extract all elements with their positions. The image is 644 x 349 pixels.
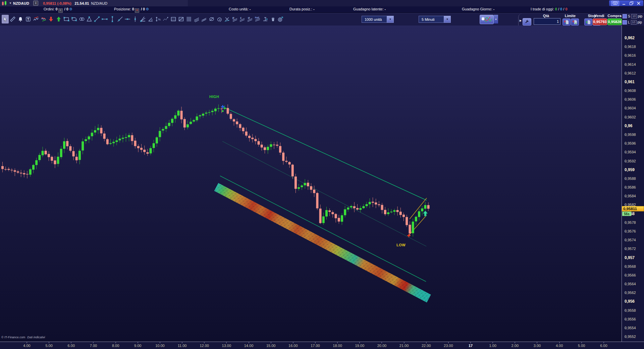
time-axis[interactable]: 4.005.006.007.008.009.0010.0011.0012.001… [0,342,644,349]
time-tick-mark [49,342,49,343]
trend-line[interactable] [409,215,427,236]
limit-checkbox[interactable] [623,20,627,24]
limit-buy-order-button[interactable] [571,18,579,26]
timeframe-dropdown[interactable]: 5 Minuti ▼ [419,16,451,23]
chevron-down-icon[interactable]: ▼ [494,15,498,23]
tool-fibonacci-projection-icon[interactable] [177,15,184,23]
instrument-symbol[interactable]: NZDAUD [13,1,29,5]
price-axis[interactable]: 0,9620,96180,96160,96140,96120,9610,9608… [622,26,644,342]
trend-line[interactable] [223,107,427,200]
time-tick-label: 4.00 [556,344,563,348]
tool-raff-channel-icon[interactable]: Raff [254,15,261,23]
candle-body [128,135,130,137]
tool-alert-bell-icon[interactable] [17,15,24,23]
close-position-icon[interactable]: ✕ [58,8,63,13]
tool-horizontal-segment-icon[interactable] [101,15,108,23]
tool-target-projection-icon[interactable] [277,15,284,23]
instrument-caret-icon[interactable]: ▼ [9,2,12,5]
tool-vertical-bars-icon[interactable] [185,15,192,23]
tool-elliott-wave-icon[interactable]: E [231,15,238,23]
tool-delete-drawing-icon[interactable] [269,15,276,23]
tool-horizontal-line-icon[interactable] [124,15,131,23]
candle-body [174,115,176,119]
tool-double-circle-icon[interactable] [78,15,85,23]
info-icon[interactable]: i [33,1,38,6]
tool-trend-line-icon[interactable] [116,15,123,23]
close-position-icon[interactable]: ✕ [135,8,139,13]
candle-body [150,148,152,153]
l-pips-value[interactable]: 10 [631,20,637,24]
tool-cross-cut-icon[interactable] [223,15,230,23]
tool-fan-lines-icon[interactable] [139,15,146,23]
limit-sell-order-button[interactable] [562,18,571,26]
tool-triangle-icon[interactable] [86,15,93,23]
tool-time-translation-icon[interactable] [262,15,269,23]
tool-forecast-line-icon[interactable] [162,15,169,23]
tool-rectangle-icon[interactable] [63,15,70,23]
candle-body [177,111,179,116]
tool-parallel-channel-icon[interactable] [193,15,200,23]
tool-segment-icon[interactable] [94,15,101,23]
candle-body [1,166,4,169]
tool-ruler-icon[interactable] [9,15,16,23]
close-icon[interactable] [636,1,641,6]
timeframe-dropdown-value[interactable]: 5 Minuti [419,16,444,23]
tool-buy-arrow-icon[interactable] [55,15,62,23]
tool-pattern-bull-icon[interactable] [40,15,47,23]
panel-collapse-icon[interactable]: ▶ [520,19,522,22]
price-tick-label: 0,9576 [622,229,644,233]
gear-icon[interactable]: ⚙ [69,7,72,11]
minimize-icon[interactable] [621,1,627,6]
indicators-button[interactable]: ▼ [480,15,498,24]
restore-icon[interactable] [629,1,634,6]
units-dropdown-value[interactable]: 1000 unità [362,16,387,23]
s-pips-value[interactable]: 10 [631,14,637,18]
trend-line[interactable] [220,176,426,282]
tool-angle-icon[interactable]: α [147,15,154,23]
price-tick-label: 0,9574 [622,238,644,242]
candle-body [227,108,229,114]
tool-sell-arrow-icon[interactable] [48,15,55,23]
candle-body [396,210,399,212]
trading-panel: ▶ Qtà Limite Stop Vendi 0,95793 Compra [518,13,622,26]
price-tick-label: 0,9552 [622,335,644,339]
anchor-cross-marker[interactable] [222,110,224,112]
stop-sell-order-button[interactable] [584,18,592,26]
quantity-input[interactable] [534,18,560,25]
keyboard-icon[interactable] [611,1,619,6]
candle-body [294,177,297,189]
gear-icon[interactable]: ⚙ [146,7,149,11]
buy-button[interactable]: 0,95828 [607,18,622,25]
tool-fibonacci-retracement-icon[interactable] [170,15,177,23]
time-tick-label: 15.00 [266,344,276,348]
settings-wrench-icon[interactable] [523,18,531,26]
tool-spiral-icon[interactable] [216,15,223,23]
chevron-down-icon[interactable]: ▼ [444,16,451,23]
tool-hatched-channel-icon[interactable] [201,15,208,23]
chart-area[interactable]: HIGH LOW © IT-Finance.comDati indicativi [0,26,622,342]
tool-ellipse-icon[interactable] [70,15,77,23]
chevron-down-icon[interactable]: ▼ [387,16,394,23]
tool-percent-change-icon[interactable]: % [155,15,162,23]
sell-button[interactable]: 0,95793 [593,18,607,25]
trend-line[interactable] [222,141,426,246]
tool-sigma-channel-icon[interactable]: σ [247,15,254,23]
tool-select-pointer-icon[interactable] [2,15,9,23]
buy-signal-arrow-icon[interactable] [423,211,428,216]
stop-checkbox[interactable] [623,14,627,18]
candle-body [233,119,235,121]
candle-body [288,162,291,164]
tool-epsilon-channel-icon[interactable]: ε [239,15,246,23]
units-dropdown[interactable]: 1000 unità ▼ [362,16,394,23]
tool-circle-slash-icon[interactable] [208,15,215,23]
tool-vertical-segment-icon[interactable] [109,15,116,23]
tool-text-note-icon[interactable] [24,15,32,23]
candle-body [406,217,408,225]
tool-pattern-bear-icon[interactable] [32,15,39,23]
time-tick-label: 5.00 [45,344,52,348]
tool-vertical-line-icon[interactable] [132,15,139,23]
candle-body [7,169,10,170]
sell-label: Vendi [594,14,604,18]
candle-body [390,212,392,212]
account-bar: Ordini: 0✕ / 0⚙Posizione: 0✕ / 0⚙Costo u… [0,6,644,13]
